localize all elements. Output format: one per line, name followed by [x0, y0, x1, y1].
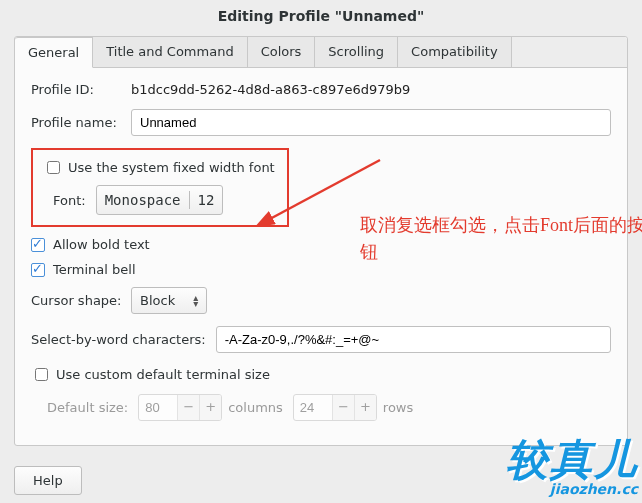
use-system-font-label: Use the system fixed width font — [68, 160, 275, 175]
tab-compatibility[interactable]: Compatibility — [398, 37, 512, 67]
font-button-divider — [189, 191, 190, 209]
watermark: 较真儿 jiaozhen.cc — [506, 439, 638, 497]
window-title: Editing Profile "Unnamed" — [0, 0, 642, 36]
columns-plus-button: + — [199, 395, 221, 420]
columns-stepper: − + — [138, 394, 222, 421]
annotation-highlight-box: Use the system fixed width font Font: Mo… — [31, 148, 289, 227]
rows-input — [294, 395, 332, 420]
profile-id-value: b1dcc9dd-5262-4d8d-a863-c897e6d979b9 — [131, 82, 410, 97]
select-by-word-label: Select-by-word characters: — [31, 332, 206, 347]
font-label: Font: — [53, 193, 86, 208]
rows-stepper: − + — [293, 394, 377, 421]
custom-size-label: Use custom default terminal size — [56, 367, 270, 382]
font-family-value: Monospace — [105, 192, 181, 208]
cursor-shape-value: Block — [140, 293, 175, 308]
columns-input — [139, 395, 177, 420]
columns-unit: columns — [228, 400, 283, 415]
columns-minus-button: − — [177, 395, 199, 420]
terminal-bell-checkbox[interactable] — [31, 263, 45, 277]
terminal-bell-label: Terminal bell — [53, 262, 136, 277]
tab-title-command[interactable]: Title and Command — [93, 37, 247, 67]
rows-unit: rows — [383, 400, 413, 415]
tab-colors[interactable]: Colors — [248, 37, 316, 67]
default-size-label: Default size: — [47, 400, 128, 415]
tab-general[interactable]: General — [15, 37, 93, 68]
annotation-text: 取消复选框勾选，点击Font后面的按钮 — [360, 212, 642, 266]
profile-id-label: Profile ID: — [31, 82, 131, 97]
font-chooser-button[interactable]: Monospace 12 — [96, 185, 224, 215]
custom-size-checkbox[interactable] — [35, 368, 48, 381]
cursor-shape-label: Cursor shape: — [31, 293, 131, 308]
cursor-shape-combo[interactable]: Block ▴▾ — [131, 287, 207, 314]
help-button[interactable]: Help — [14, 466, 82, 495]
profile-name-label: Profile name: — [31, 115, 131, 130]
use-system-font-checkbox[interactable] — [47, 161, 60, 174]
rows-minus-button: − — [332, 395, 354, 420]
rows-plus-button: + — [354, 395, 376, 420]
watermark-big: 较真儿 — [506, 439, 638, 481]
font-size-value: 12 — [198, 192, 215, 208]
select-by-word-input[interactable] — [216, 326, 611, 353]
allow-bold-checkbox[interactable] — [31, 238, 45, 252]
chevron-updown-icon: ▴▾ — [193, 295, 198, 307]
profile-name-input[interactable] — [131, 109, 611, 136]
allow-bold-label: Allow bold text — [53, 237, 150, 252]
tab-row: General Title and Command Colors Scrolli… — [15, 37, 627, 68]
tab-scrolling[interactable]: Scrolling — [315, 37, 398, 67]
